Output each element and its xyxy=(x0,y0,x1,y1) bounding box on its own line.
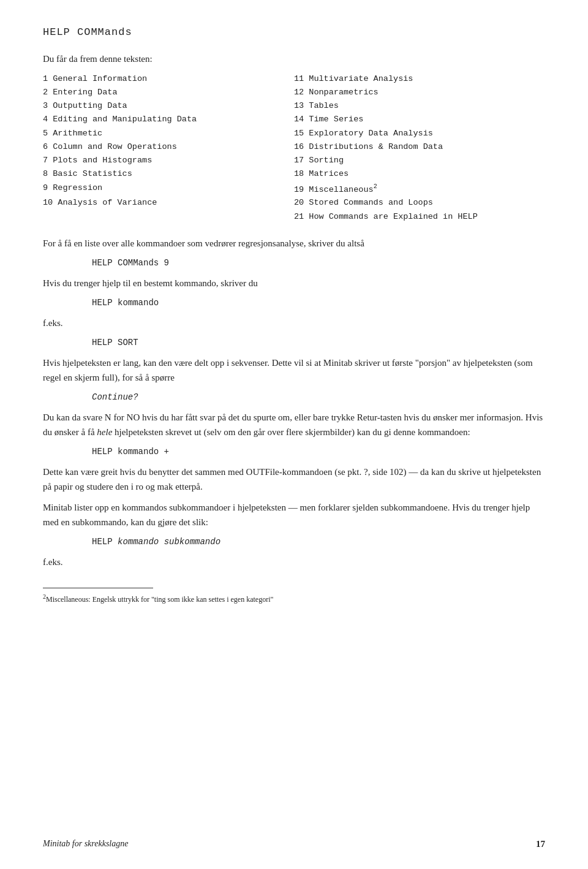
code-block-4: Continue? xyxy=(92,391,545,404)
code-block-3: HELP SORT xyxy=(92,336,545,349)
code-6-italic: kommando subkommando xyxy=(118,537,221,547)
code-6-prefix: HELP xyxy=(92,537,113,547)
toc-left-item: 1 General Information xyxy=(43,72,294,86)
toc-right-item: 20 Stored Commands and Loops xyxy=(294,196,545,210)
footnote-content: Miscellaneous: Engelsk uttrykk for "ting… xyxy=(46,595,273,604)
toc-left-item: 9 Regression xyxy=(43,181,294,197)
paragraph-4: Du kan da svare N for NO hvis du har fåt… xyxy=(43,410,545,439)
toc-row: 10 Analysis of Variance20 Stored Command… xyxy=(43,196,545,210)
toc-right-item: 17 Sorting xyxy=(294,154,545,167)
code-block-2: HELP kommando xyxy=(92,297,545,309)
page-footer: Minitab for skrekkslagne 17 xyxy=(43,837,545,851)
intro-heading: Du får da frem denne teksten: xyxy=(43,51,545,66)
footer-left: Minitab for skrekkslagne xyxy=(43,837,128,850)
toc-left-item: 7 Plots and Histograms xyxy=(43,154,294,167)
toc-row: 4 Editing and Manipulating Data14 Time S… xyxy=(43,113,545,126)
toc-right-item: 21 How Commands are Explained in HELP xyxy=(294,210,545,224)
toc-row: 1 General Information11 Multivariate Ana… xyxy=(43,72,545,86)
paragraph-3: Hvis hjelpeteksten er lang, kan den være… xyxy=(43,355,545,385)
header-title: HELP COMMands xyxy=(43,25,132,40)
code-block-6: HELP kommando subkommando xyxy=(92,536,545,548)
code-block-1: HELP COMMands 9 xyxy=(92,257,545,270)
toc-left-item: 6 Column and Row Operations xyxy=(43,140,294,154)
toc-left-item xyxy=(43,210,294,224)
page-header: HELP COMMands xyxy=(43,25,545,40)
toc-right-item: 13 Tables xyxy=(294,99,545,113)
paragraph-4-italic: hele xyxy=(97,427,112,437)
paragraph-4-part2: hjelpeteksten skrevet ut (selv om den gå… xyxy=(115,427,470,437)
footer-right: 17 xyxy=(536,837,545,851)
toc-left-item: 10 Analysis of Variance xyxy=(43,196,294,210)
toc-left-item: 5 Arithmetic xyxy=(43,127,294,140)
paragraph-5: Dette kan være greit hvis du benytter de… xyxy=(43,465,545,494)
toc-row: 8 Basic Statistics18 Matrices xyxy=(43,167,545,181)
toc-left-item: 3 Outputting Data xyxy=(43,99,294,113)
toc-right-item: 16 Distributions & Random Data xyxy=(294,140,545,154)
toc-right-item: 14 Time Series xyxy=(294,113,545,126)
toc-table: 1 General Information11 Multivariate Ana… xyxy=(43,72,545,224)
code-block-5: HELP kommando + xyxy=(92,446,545,458)
toc-row: 3 Outputting Data13 Tables xyxy=(43,99,545,113)
toc-row: 21 How Commands are Explained in HELP xyxy=(43,210,545,224)
toc-superscript: 2 xyxy=(374,183,377,190)
toc-row: 9 Regression19 Miscellaneous2 xyxy=(43,181,545,197)
paragraph-2: Hvis du trenger hjelp til en bestemt kom… xyxy=(43,276,545,290)
toc-right-item: 15 Exploratory Data Analysis xyxy=(294,127,545,140)
toc-right-item: 11 Multivariate Analysis xyxy=(294,72,545,86)
footnote-divider xyxy=(43,588,153,588)
toc-right-item: 19 Miscellaneous2 xyxy=(294,181,545,197)
toc-row: 7 Plots and Histograms17 Sorting xyxy=(43,154,545,167)
toc-row: 5 Arithmetic15 Exploratory Data Analysis xyxy=(43,127,545,140)
paragraph-1: For å få en liste over alle kommandoer s… xyxy=(43,236,545,251)
toc-row: 2 Entering Data12 Nonparametrics xyxy=(43,86,545,99)
toc-right-item: 12 Nonparametrics xyxy=(294,86,545,99)
toc-right-item: 18 Matrices xyxy=(294,167,545,181)
toc-left-item: 8 Basic Statistics xyxy=(43,167,294,181)
toc-row: 6 Column and Row Operations16 Distributi… xyxy=(43,140,545,154)
paragraph-6: Minitab lister opp en kommandos subkomma… xyxy=(43,500,545,529)
feks-1: f.eks. xyxy=(43,316,545,330)
toc-left-item: 4 Editing and Manipulating Data xyxy=(43,113,294,126)
footnote: 2Miscellaneous: Engelsk uttrykk for "tin… xyxy=(43,592,545,605)
feks-2: f.eks. xyxy=(43,555,545,569)
toc-left-item: 2 Entering Data xyxy=(43,86,294,99)
